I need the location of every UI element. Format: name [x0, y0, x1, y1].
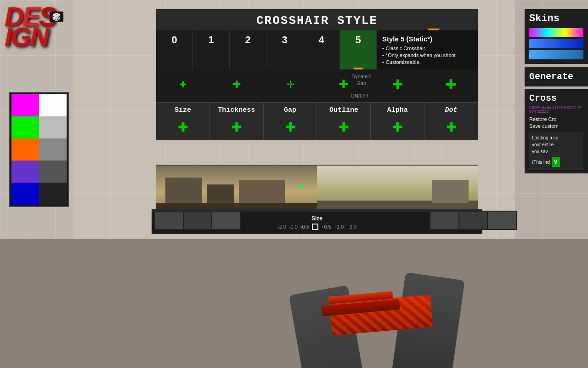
size-slider-label: Size: [311, 215, 322, 222]
warning-box: Loading a cuyour entireyou sav(This incl…: [529, 132, 583, 170]
crosshair-right-section: Cross CSGO-abcde-12345-XXXXX-YYYYY-ZZZZZ…: [525, 89, 588, 173]
building-3: [239, 180, 285, 205]
attr-gap: Gap ✚: [264, 103, 317, 140]
color-row-5: [11, 183, 67, 205]
crosshair-code: CSGO-abcde-12345-XXXXX-YYYYY-ZZZZZ: [529, 105, 583, 114]
preview-0: ✚: [156, 74, 210, 95]
style-num-4[interactable]: 4: [303, 30, 340, 69]
color-row-2: [11, 116, 67, 138]
crosshair-icon-1: ✚: [232, 79, 241, 91]
size-slider-handle[interactable]: [312, 224, 318, 230]
style-info-title: Style 5 (Static*): [382, 35, 472, 43]
size-val-5[interactable]: +0.5: [321, 224, 331, 230]
building-right: [432, 180, 469, 203]
bullet-2: •: [382, 52, 384, 58]
swatch-darkgray[interactable]: [39, 161, 67, 183]
attr-alpha-plus[interactable]: ✚: [392, 117, 402, 138]
style-num-3[interactable]: 3: [266, 30, 303, 69]
style-info-text-1: Classic Crosshair.: [386, 46, 426, 51]
viewport-crosshair: ✚: [298, 182, 304, 191]
attr-dot-plus[interactable]: ✚: [446, 117, 456, 138]
dynamic-gap-text: Dynamic: [351, 73, 371, 80]
thumb-6[interactable]: [488, 212, 516, 229]
swatch-purple[interactable]: [11, 161, 39, 183]
save-crosshair-btn[interactable]: Save custom: [529, 123, 583, 129]
ground: [156, 203, 317, 210]
attr-thickness-label: Thickness: [218, 106, 255, 114]
color-row-1: [11, 94, 67, 116]
attr-size-plus[interactable]: ✚: [178, 117, 188, 138]
style-info-item-1: • Classic Crosshair.: [382, 46, 472, 51]
attr-dot-label: Dot: [445, 106, 458, 114]
style-info-text-3: Customizeable.: [386, 59, 421, 65]
style-row-wrapper: 0 1 2 3 4 5 Style 5 (Static*) • Classic …: [156, 30, 478, 69]
size-slider-values: -2.0 -1.0 -0.5 +0.5 +1.0 +2.0: [277, 224, 356, 230]
swatch-gray[interactable]: [39, 138, 67, 161]
bullet-1: •: [382, 46, 384, 51]
attr-thickness-plus[interactable]: ✚: [232, 117, 242, 138]
attr-gap-plus[interactable]: ✚: [285, 117, 295, 138]
skins-title: Skins: [529, 13, 583, 24]
thumb-5[interactable]: [459, 212, 487, 229]
logo-ign-text: IGN: [5, 25, 64, 49]
crosshair-preview-row: ✚ ✚ ✛ ✚ ✚ ✚ Dynamic Gap ON/OFF: [156, 69, 478, 102]
floor: [0, 239, 588, 368]
crosshair-icon-4: ✚: [392, 77, 403, 92]
skin-bar-blue2[interactable]: [529, 50, 583, 59]
bullet-3: •: [382, 59, 384, 65]
size-val-6[interactable]: +1.0: [334, 224, 344, 230]
style-info-item-3: • Customizeable.: [382, 59, 472, 65]
skin-bar-rainbow[interactable]: [529, 28, 583, 37]
preview-1: ✚: [210, 74, 264, 95]
style-num-1[interactable]: 1: [193, 30, 230, 69]
style-num-0[interactable]: 0: [156, 30, 193, 69]
size-val-1[interactable]: -2.0: [277, 224, 286, 230]
gap-text: Gap: [351, 80, 371, 87]
viewport-left-scene: [156, 166, 317, 210]
size-val-7[interactable]: +2.0: [346, 224, 356, 230]
crosshair-icon-5: ✚: [445, 76, 457, 92]
generate-button[interactable]: Generate: [525, 67, 588, 86]
style-num-2[interactable]: 2: [230, 30, 266, 69]
crosshair-style-panel: Crosshair Style 0 1 2 3 4 5 Style 5 (Sta…: [156, 9, 478, 140]
skins-section: Skins: [525, 9, 588, 64]
style-info-item-2: • *Only expands when you shoot: [382, 52, 472, 58]
attr-size: Size ✚: [156, 103, 210, 140]
color-row-3: [11, 138, 67, 161]
attr-alpha: Alpha ✚: [371, 103, 424, 140]
restore-crosshair-btn[interactable]: Restore Cro: [529, 116, 583, 122]
size-val-3[interactable]: -0.5: [300, 224, 309, 230]
swatch-blue[interactable]: [11, 183, 39, 205]
onoff-label: ON/OFF: [351, 93, 370, 98]
left-thumbnail-strip: [154, 211, 241, 230]
color-swatch-panel: [9, 92, 69, 207]
panel-header: Crosshair Style: [156, 9, 478, 30]
swatch-green[interactable]: [11, 116, 39, 138]
thumb-3[interactable]: [212, 212, 240, 229]
skin-bar-blue1[interactable]: [529, 39, 583, 48]
style-num-5[interactable]: 5: [340, 30, 377, 69]
building-2: [207, 184, 234, 205]
attr-gap-label: Gap: [284, 106, 296, 114]
logo-dice: 🎲: [50, 12, 63, 22]
thumb-2[interactable]: [184, 212, 212, 229]
attr-outline-plus[interactable]: ✚: [339, 117, 349, 138]
logo: DES IGN 🎲 .com: [5, 5, 69, 60]
swatch-orange[interactable]: [11, 138, 39, 161]
crosshair-icon-2: ✛: [286, 79, 294, 91]
thumb-1[interactable]: [155, 212, 183, 229]
attr-dot: Dot ✚: [424, 103, 478, 140]
size-val-2[interactable]: -1.0: [289, 224, 298, 230]
crosshair-right-title: Cross: [529, 93, 583, 104]
swatch-lightgray[interactable]: [39, 116, 67, 138]
panel-title: Crosshair Style: [156, 14, 478, 28]
attr-size-label: Size: [175, 106, 191, 114]
preview-2: ✛: [263, 74, 317, 95]
crosshair-icon-0: ✚: [180, 80, 187, 90]
swatch-magenta[interactable]: [11, 94, 39, 116]
swatch-nearblack[interactable]: [39, 183, 67, 205]
swatch-white[interactable]: [39, 94, 67, 116]
thumb-4[interactable]: [430, 212, 458, 229]
v-button[interactable]: V: [552, 157, 560, 167]
style-info-panel: Style 5 (Static*) • Classic Crosshair. •…: [377, 30, 478, 69]
